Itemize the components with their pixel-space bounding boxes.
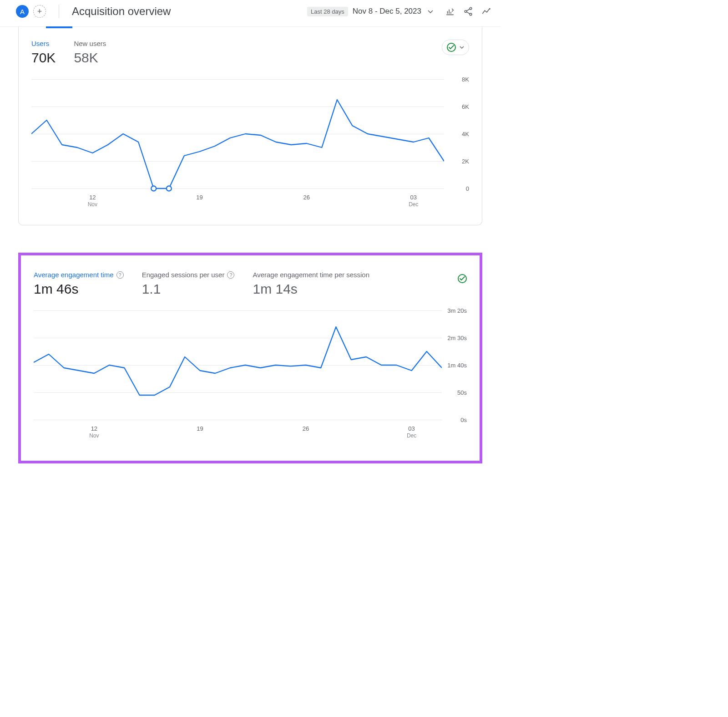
plus-icon: + bbox=[37, 7, 42, 16]
metric-new-users[interactable]: New users 58K bbox=[74, 40, 106, 66]
engagement-card: Average engagement time ? 1m 46s Engaged… bbox=[18, 253, 482, 463]
divider bbox=[59, 5, 59, 18]
share-icon[interactable] bbox=[463, 6, 473, 16]
x-axis-tick: 12Nov bbox=[89, 425, 99, 439]
y-axis-tick: 3m 20s bbox=[444, 307, 467, 314]
x-axis-tick: 19 bbox=[197, 425, 203, 432]
y-axis-tick: 4K bbox=[446, 131, 469, 137]
status-indicator[interactable] bbox=[458, 271, 467, 286]
metric-avg-engagement-per-session[interactable]: Average engagement time per session 1m 1… bbox=[253, 271, 369, 297]
check-circle-icon bbox=[447, 43, 456, 52]
date-range-picker[interactable]: Last 28 days Nov 8 - Dec 5, 2023 bbox=[307, 7, 433, 16]
y-axis-tick: 0 bbox=[446, 185, 469, 192]
help-icon[interactable]: ? bbox=[116, 271, 124, 279]
metric-label: Engaged sessions per user ? bbox=[142, 271, 235, 279]
y-axis-tick: 2m 30s bbox=[444, 335, 467, 341]
header-bar: A + Acquisition overview Last 28 days No… bbox=[0, 0, 500, 27]
page-title: Acquisition overview bbox=[72, 5, 307, 18]
status-dropdown[interactable] bbox=[442, 40, 469, 55]
metric-label: Users bbox=[31, 40, 56, 47]
svg-point-4 bbox=[167, 186, 172, 191]
users-card: Users 70K New users 58K 8K6K4K2K bbox=[18, 27, 482, 225]
y-axis-tick: 1m 40s bbox=[444, 362, 467, 369]
engagement-chart[interactable]: 3m 20s2m 30s1m 40s50s0s 12Nov192603Dec bbox=[34, 310, 467, 442]
metric-users[interactable]: Users 70K bbox=[31, 40, 56, 66]
add-comparison-button[interactable]: + bbox=[33, 5, 46, 18]
x-axis-tick: 26 bbox=[303, 194, 309, 201]
metric-value: 1m 46s bbox=[34, 281, 124, 297]
y-axis-tick: 6K bbox=[446, 103, 469, 110]
chevron-down-icon bbox=[460, 44, 464, 51]
active-tab-indicator bbox=[46, 26, 72, 28]
y-axis-tick: 0s bbox=[444, 417, 467, 423]
y-axis-tick: 8K bbox=[446, 76, 469, 83]
x-axis-tick: 12Nov bbox=[88, 194, 97, 208]
x-axis-tick: 26 bbox=[303, 425, 309, 432]
metric-label: Average engagement time ? bbox=[34, 271, 124, 279]
insights-icon[interactable] bbox=[481, 6, 491, 16]
metric-avg-engagement-time[interactable]: Average engagement time ? 1m 46s bbox=[34, 271, 124, 297]
y-axis-tick: 50s bbox=[444, 389, 467, 396]
metric-value: 58K bbox=[74, 50, 106, 66]
metric-label: Average engagement time per session bbox=[253, 271, 369, 279]
metric-value: 1.1 bbox=[142, 281, 235, 297]
metric-value: 1m 14s bbox=[253, 281, 369, 297]
users-chart[interactable]: 8K6K4K2K0 12Nov192603Dec bbox=[31, 79, 469, 211]
y-axis-tick: 2K bbox=[446, 158, 469, 165]
x-axis-tick: 19 bbox=[196, 194, 202, 201]
metric-engaged-sessions-per-user[interactable]: Engaged sessions per user ? 1.1 bbox=[142, 271, 235, 297]
chevron-down-icon bbox=[428, 7, 433, 15]
date-range-text: Nov 8 - Dec 5, 2023 bbox=[353, 7, 421, 16]
x-axis-tick: 03Dec bbox=[409, 194, 418, 208]
account-avatar[interactable]: A bbox=[16, 5, 29, 18]
x-axis-tick: 03Dec bbox=[407, 425, 416, 439]
metric-value: 70K bbox=[31, 50, 56, 66]
edit-report-icon[interactable] bbox=[445, 6, 455, 16]
date-range-badge: Last 28 days bbox=[307, 7, 348, 16]
help-icon[interactable]: ? bbox=[227, 271, 234, 279]
metric-label: New users bbox=[74, 40, 106, 47]
check-circle-icon bbox=[458, 274, 467, 283]
svg-point-3 bbox=[151, 186, 156, 191]
